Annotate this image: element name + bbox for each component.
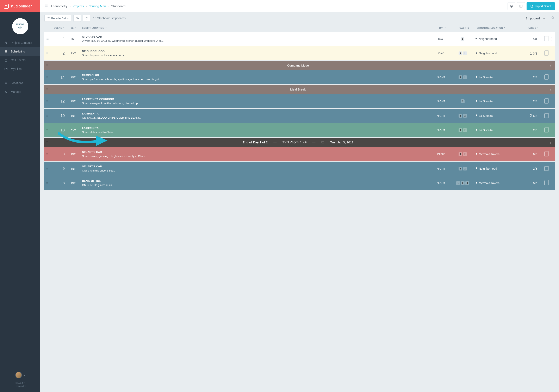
drag-handle-icon[interactable] (44, 64, 51, 67)
sidebar-item-call-sheets[interactable]: Call Sheets (0, 56, 40, 65)
drag-handle-icon[interactable] (44, 129, 51, 132)
shooting-location: La Sirenita (475, 128, 516, 132)
nav-label: Locations (11, 81, 23, 85)
more-icon[interactable]: ⋮ (550, 128, 554, 132)
card-icon[interactable] (544, 128, 548, 132)
pin-icon (475, 99, 478, 103)
brand-bar[interactable]: studiobinder (0, 0, 40, 12)
shooting-location: Mermaid Tavern (475, 152, 516, 156)
card-icon[interactable] (544, 113, 548, 118)
pages: 2/8 (516, 100, 537, 103)
eod-date: Tue, Jan 3, 2017 (330, 140, 353, 144)
col-scene[interactable]: SCENE⌃ (51, 27, 67, 29)
more-icon[interactable]: ⋮ (550, 37, 553, 41)
scene-strip[interactable]: 14INTMUSIC CLUBStuart performs on a humb… (44, 70, 555, 84)
card-icon[interactable] (544, 37, 548, 41)
scene-strip[interactable]: 2EXTNEIGHBORHOODStuart hops out of his c… (44, 46, 555, 60)
scene-strip[interactable]: 8INTBEN'S OFFICEON BEN: He glares at us.… (44, 176, 555, 190)
shooting-location: Mermaid Tavern (475, 181, 516, 185)
brand-icon (4, 4, 9, 9)
more-icon[interactable]: ⋮ (549, 87, 552, 91)
col-cast[interactable]: CAST ID (452, 27, 477, 29)
sidebar-item-manage[interactable]: Manage (0, 87, 40, 96)
pin-icon (475, 51, 478, 55)
more-icon[interactable]: ⋮ (550, 51, 554, 56)
scene-strip[interactable]: 9INTSTUART'S CARClaire is in the driver'… (44, 162, 555, 176)
col-shoot[interactable]: SHOOTING LOCATION⌃ (477, 27, 518, 29)
drag-handle-icon[interactable] (44, 37, 51, 40)
end-of-day-strip[interactable]: End of Day 1 of 2—Total Pages: 5 4/8—Tue… (44, 138, 555, 147)
more-icon[interactable]: ⋮ (549, 63, 552, 67)
more-icon[interactable]: ⋮ (550, 113, 554, 118)
card-icon[interactable] (544, 181, 548, 185)
card-icon[interactable] (544, 75, 548, 80)
made-by-org[interactable]: Leanometry (0, 384, 40, 388)
card-icon[interactable] (544, 99, 548, 103)
banner-strip[interactable]: Company Move⋮ (44, 61, 555, 70)
sidebar-item-scheduling[interactable]: Scheduling (0, 47, 40, 56)
import-script-button[interactable]: Import Script (527, 2, 555, 10)
sidebar-item-locations[interactable]: Locations (0, 79, 40, 87)
breadcrumb-segment[interactable]: Projects (73, 4, 84, 8)
user-menu[interactable]: ⌄ (0, 372, 40, 378)
scene-strip[interactable]: 1INTSTUART'S CARA worn-out, '93 CAMRY. W… (44, 32, 555, 46)
layout-button[interactable] (517, 2, 525, 10)
search-icon[interactable] (551, 16, 555, 20)
drag-handle-icon[interactable] (44, 100, 51, 103)
more-icon[interactable]: ⋮ (550, 75, 554, 80)
more-icon[interactable]: ⋮ (550, 166, 554, 171)
card-icon[interactable] (544, 166, 548, 171)
cast-ids: 12 (450, 152, 475, 156)
folder-icon (4, 67, 8, 71)
card-icon[interactable] (544, 152, 548, 156)
more-icon[interactable]: ⋮ (550, 181, 554, 185)
drag-handle-icon[interactable] (44, 52, 51, 55)
cast-badge: 4 (465, 181, 469, 185)
banner-strip[interactable]: Meal Break⋮ (44, 85, 555, 94)
scene-number: 3 (51, 152, 67, 156)
print-button[interactable] (508, 2, 515, 10)
sidebar-item-my-files[interactable]: My Files (0, 65, 40, 73)
day-night: DUSK (432, 153, 450, 156)
svg-point-13 (476, 52, 476, 53)
delete-button[interactable] (83, 15, 90, 22)
view-selector[interactable]: Stripboard ⌄ (525, 16, 545, 20)
drag-handle-icon[interactable] (44, 182, 51, 185)
sidebar-item-project-contacts[interactable]: Project Contacts (0, 38, 40, 47)
scene-strip[interactable]: 13EXTLA SIRENITAStuart slides next to Cl… (44, 123, 555, 137)
more-icon[interactable]: ⋮ (550, 99, 554, 103)
scene-strip[interactable]: 12INTLA SIRENITA CORRIDORStuart emerges … (44, 94, 555, 108)
col-dn[interactable]: D/N⌃ (433, 27, 452, 29)
breadcrumb-segment[interactable]: Leanometry (51, 4, 67, 8)
card-icon[interactable] (544, 51, 548, 56)
project-badge[interactable]: TOURING ✈ MAN (0, 12, 40, 38)
col-location[interactable]: SCRIPT LOCATION⌃ (80, 27, 433, 29)
pages: 1 3/8 (516, 51, 537, 56)
shooting-location: La Sirenita (475, 114, 516, 118)
reorder-strips-button[interactable]: Reorder Strips (44, 15, 71, 22)
list-icon[interactable] (44, 4, 48, 9)
int-ext: INT (67, 37, 80, 40)
drag-handle-icon[interactable] (44, 76, 51, 79)
more-icon[interactable]: ⋮ (549, 140, 552, 144)
import-label: Import Script (535, 5, 551, 8)
more-icon[interactable]: ⋮ (550, 152, 554, 156)
cast-ids: 12 (450, 128, 475, 132)
nav-divider: • • • (0, 73, 40, 79)
col-ie[interactable]: I/E⌃ (67, 27, 80, 29)
nav-label: Manage (11, 90, 21, 93)
scene-strip[interactable]: 3INTSTUART'S CARStuart drives, grinning.… (44, 147, 555, 161)
add-strip-button[interactable] (73, 15, 81, 22)
scene-strip[interactable]: 10INTLA SIRENITAON TACOS. BLOOD DRIPS OV… (44, 109, 555, 123)
drag-handle-icon[interactable] (44, 88, 51, 91)
drag-handle-icon[interactable] (44, 167, 51, 170)
users-icon (4, 41, 8, 45)
drag-handle-icon[interactable] (44, 114, 51, 117)
drag-handle-icon[interactable] (44, 153, 51, 156)
col-pages[interactable]: PAGES⌃ (518, 27, 539, 29)
pages: 2/8 (516, 129, 537, 132)
svg-point-4 (5, 91, 6, 92)
shooting-location: La Sirenita (475, 75, 516, 79)
drag-handle-icon[interactable] (44, 141, 51, 144)
breadcrumb-segment[interactable]: Touring Man (89, 4, 106, 8)
